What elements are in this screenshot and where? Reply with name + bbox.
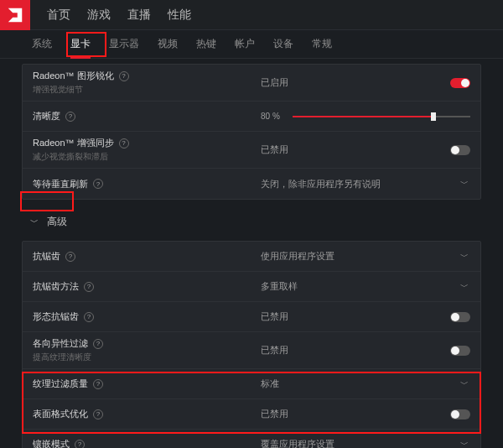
label-tex-quality: 纹理过滤质量: [33, 378, 88, 390]
value-morph-aa: 已禁用: [261, 310, 442, 323]
amd-logo: [0, 0, 30, 30]
help-icon[interactable]: ?: [75, 440, 85, 449]
row-enhanced-sync: Radeon™ 增强同步 ? 减少视觉撕裂和滞后 已禁用: [23, 132, 480, 169]
toggle-image-sharpening[interactable]: [450, 78, 470, 88]
subtab-devices[interactable]: 设备: [273, 37, 293, 58]
panel-basic: Radeon™ 图形锐化 ? 增强视觉细节 已启用 清晰度 ? 80 %: [22, 64, 481, 200]
sublabel-enhanced-sync: 减少视觉撕裂和滞后: [33, 151, 261, 163]
subtab-gpu[interactable]: 显卡: [70, 37, 91, 58]
row-aa: 抗锯齿 ? 使用应用程序设置 ﹀: [23, 242, 480, 272]
help-icon[interactable]: ?: [119, 71, 129, 81]
nav-performance[interactable]: 性能: [168, 8, 191, 23]
row-morph-aa: 形态抗锯齿 ? 已禁用: [23, 302, 480, 332]
slider-sharpness[interactable]: [293, 111, 470, 122]
section-label-advanced: 高级: [47, 215, 67, 229]
row-wait-vsync: 等待垂直刷新 ? 关闭，除非应用程序另有说明 ﹀: [23, 169, 480, 199]
help-icon[interactable]: ?: [119, 138, 129, 148]
label-wait-vsync: 等待垂直刷新: [33, 178, 88, 190]
subtab-hotkeys[interactable]: 热键: [196, 37, 216, 58]
nav-games[interactable]: 游戏: [87, 8, 111, 23]
chevron-down-icon[interactable]: ﹀: [459, 281, 470, 293]
toggle-morph-aa[interactable]: [450, 312, 470, 322]
subtab-system[interactable]: 系统: [32, 37, 52, 58]
subtab-display[interactable]: 显示器: [109, 37, 139, 58]
row-aa-method: 抗锯齿方法 ? 多重取样 ﹀: [23, 272, 480, 302]
title-bar: 首页 游戏 直播 性能: [0, 0, 503, 30]
top-nav: 首页 游戏 直播 性能: [47, 8, 191, 23]
value-tex-quality: 标准: [261, 378, 450, 390]
toggle-surface-opt[interactable]: [450, 409, 470, 419]
label-image-sharpening: Radeon™ 图形锐化: [33, 70, 114, 82]
help-icon[interactable]: ?: [93, 379, 103, 389]
subtab-general[interactable]: 常规: [312, 37, 332, 58]
help-icon[interactable]: ?: [84, 312, 94, 322]
chevron-down-icon: ﹀: [30, 216, 39, 228]
subtab-bar: 系统 显卡 显示器 视频 热键 帐户 设备 常规: [0, 30, 503, 59]
subtab-video[interactable]: 视频: [158, 37, 178, 58]
row-surface-opt: 表面格式优化 ? 已禁用: [23, 399, 480, 430]
value-enhanced-sync: 已禁用: [261, 143, 442, 156]
help-icon[interactable]: ?: [84, 282, 94, 292]
label-af: 各向异性过滤: [33, 337, 88, 350]
label-tess-mode: 镶嵌模式: [33, 438, 70, 448]
sublabel-af: 提高纹理清晰度: [33, 352, 261, 363]
row-image-sharpening: Radeon™ 图形锐化 ? 增强视觉细节 已启用: [23, 65, 480, 102]
toggle-af[interactable]: [450, 346, 470, 356]
toggle-enhanced-sync[interactable]: [450, 145, 470, 155]
help-icon[interactable]: ?: [65, 112, 75, 122]
value-wait-vsync: 关闭，除非应用程序另有说明: [261, 178, 450, 190]
label-aa-method: 抗锯齿方法: [33, 280, 79, 293]
chevron-down-icon[interactable]: ﹀: [459, 378, 470, 390]
row-af: 各向异性过滤 ? 提高纹理清晰度 已禁用: [23, 332, 480, 369]
nav-home[interactable]: 首页: [47, 8, 70, 23]
chevron-down-icon[interactable]: ﹀: [459, 251, 470, 263]
label-aa: 抗锯齿: [33, 250, 60, 263]
sublabel-image-sharpening: 增强视觉细节: [33, 84, 261, 96]
value-aa-method: 多重取样: [261, 280, 450, 293]
help-icon[interactable]: ?: [93, 339, 103, 349]
value-tess-mode: 覆盖应用程序设置: [261, 438, 450, 448]
help-icon[interactable]: ?: [93, 409, 103, 419]
amd-logo-icon: [6, 6, 24, 24]
row-tex-quality: 纹理过滤质量 ? 标准 ﹀: [23, 369, 480, 399]
value-af: 已禁用: [261, 344, 442, 357]
help-icon[interactable]: ?: [93, 179, 103, 189]
section-header-advanced[interactable]: ﹀ 高级: [0, 208, 503, 236]
value-aa: 使用应用程序设置: [261, 250, 450, 263]
content-area: Radeon™ 图形锐化 ? 增强视觉细节 已启用 清晰度 ? 80 %: [0, 59, 503, 448]
row-tess-mode: 镶嵌模式 ? 覆盖应用程序设置 ﹀: [23, 430, 480, 448]
help-icon[interactable]: ?: [65, 252, 75, 262]
chevron-down-icon[interactable]: ﹀: [459, 439, 470, 449]
subtab-account[interactable]: 帐户: [235, 37, 255, 58]
label-morph-aa: 形态抗锯齿: [33, 310, 79, 323]
label-sharpness: 清晰度: [33, 110, 60, 122]
panel-advanced: 抗锯齿 ? 使用应用程序设置 ﹀ 抗锯齿方法 ? 多重取样 ﹀ 形态抗锯齿 ?: [22, 241, 481, 448]
label-surface-opt: 表面格式优化: [33, 408, 88, 420]
row-sharpness: 清晰度 ? 80 %: [23, 102, 480, 132]
nav-live[interactable]: 直播: [127, 8, 151, 23]
value-sharpness: 80 %: [261, 112, 286, 121]
chevron-down-icon[interactable]: ﹀: [459, 178, 470, 190]
value-surface-opt: 已禁用: [261, 408, 442, 420]
label-enhanced-sync: Radeon™ 增强同步: [33, 137, 114, 149]
value-image-sharpening: 已启用: [261, 76, 442, 89]
